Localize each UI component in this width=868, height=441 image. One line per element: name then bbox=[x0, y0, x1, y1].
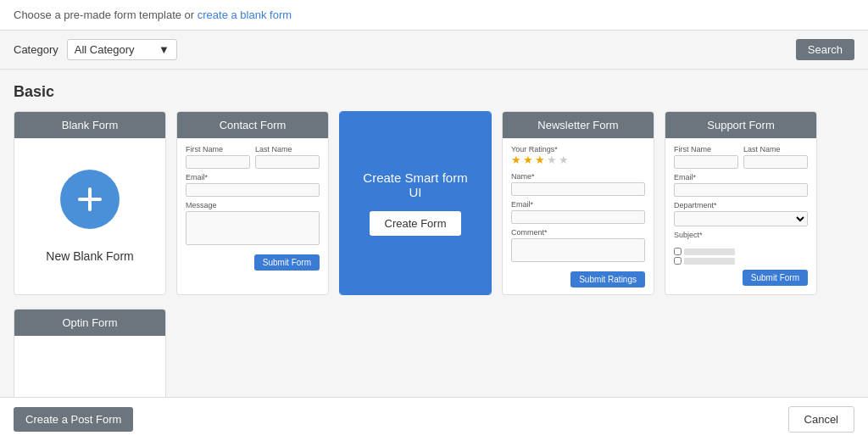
card-header-contact: Contact Form bbox=[177, 112, 328, 138]
support-firstname-input[interactable] bbox=[674, 155, 738, 169]
cards-row-basic: Blank Form New Blank Form Contact Form F… bbox=[14, 111, 854, 295]
support-email-row: Email* bbox=[674, 173, 808, 197]
newsletter-comment-field: Comment* bbox=[511, 228, 645, 262]
newsletter-email-field: Email* bbox=[511, 200, 645, 224]
newsletter-submit-button[interactable]: Submit Ratings bbox=[570, 271, 645, 287]
card-header-newsletter: Newsletter Form bbox=[503, 112, 654, 138]
create-blank-form-link[interactable]: create a blank form bbox=[198, 8, 292, 21]
support-submit-button[interactable]: Submit Form bbox=[743, 270, 808, 286]
newsletter-email-input[interactable] bbox=[511, 210, 645, 224]
rating-label: Your Ratings* bbox=[511, 145, 645, 154]
support-dept-field: Department* bbox=[674, 201, 808, 226]
support-checkboxes bbox=[674, 248, 735, 265]
card-contact-form[interactable]: Contact Form First Name Last Name Email* bbox=[176, 111, 329, 295]
support-subject-field: Subject* bbox=[674, 231, 808, 241]
plus-circle-icon bbox=[60, 170, 120, 229]
plus-icon bbox=[75, 184, 105, 215]
create-form-button[interactable]: Create Form bbox=[370, 211, 462, 236]
support-email-input[interactable] bbox=[674, 183, 808, 197]
star-3: ★ bbox=[535, 154, 545, 166]
support-checkbox-input-1[interactable] bbox=[674, 248, 682, 255]
search-button[interactable]: Search bbox=[796, 39, 854, 60]
support-email-label: Email* bbox=[674, 173, 808, 181]
contact-firstname-label: First Name bbox=[186, 145, 250, 154]
star-2: ★ bbox=[523, 154, 533, 166]
support-subject-row: Subject* bbox=[674, 231, 808, 241]
blank-form-label: New Blank Form bbox=[46, 249, 133, 263]
support-dept-select[interactable] bbox=[674, 211, 808, 226]
newsletter-name-input[interactable] bbox=[511, 182, 645, 196]
star-rating: ★ ★ ★ ★ ★ bbox=[511, 154, 645, 166]
star-5: ★ bbox=[559, 154, 569, 166]
filter-bar: Category All Category ▼ Search bbox=[0, 31, 868, 70]
checkbox-line-2 bbox=[684, 258, 735, 265]
contact-email-label: Email* bbox=[186, 173, 320, 181]
card-blank-form[interactable]: Blank Form New Blank Form bbox=[14, 111, 166, 295]
category-value: All Category bbox=[75, 43, 135, 56]
support-checkbox-1 bbox=[674, 248, 735, 255]
support-checkbox-input-2[interactable] bbox=[674, 257, 682, 265]
card-newsletter-form[interactable]: Newsletter Form Your Ratings* ★ ★ ★ ★ ★ … bbox=[502, 111, 654, 295]
checkbox-line-1 bbox=[684, 248, 735, 255]
contact-submit-button[interactable]: Submit Form bbox=[254, 254, 320, 271]
contact-email-row: Email* bbox=[186, 173, 320, 197]
support-name-row: First Name Last Name bbox=[674, 145, 808, 169]
top-bar-text: Choose a pre-made form template or bbox=[14, 8, 198, 21]
newsletter-name-label: Name* bbox=[511, 172, 645, 181]
main-content: Basic Blank Form New Blank Form Contact … bbox=[0, 70, 868, 441]
contact-email-input[interactable] bbox=[186, 183, 320, 197]
contact-firstname-field: First Name bbox=[186, 145, 250, 169]
contact-message-textarea[interactable] bbox=[186, 211, 320, 245]
support-checkbox-2 bbox=[674, 257, 735, 265]
contact-message-field: Message bbox=[186, 201, 320, 245]
card-header-blank: Blank Form bbox=[14, 112, 165, 138]
newsletter-name-field: Name* bbox=[511, 172, 645, 196]
chevron-down-icon: ▼ bbox=[159, 43, 170, 56]
create-smart-label: Create Smart form UI bbox=[357, 170, 474, 199]
support-dept-label: Department* bbox=[674, 201, 808, 209]
support-email-field: Email* bbox=[674, 173, 808, 197]
card-body-blank: New Blank Form bbox=[14, 138, 165, 294]
contact-firstname-input[interactable] bbox=[186, 155, 250, 169]
card-body-newsletter: Your Ratings* ★ ★ ★ ★ ★ Name* bbox=[503, 138, 654, 294]
support-lastname-field: Last Name bbox=[743, 145, 808, 169]
contact-lastname-label: Last Name bbox=[255, 145, 320, 154]
support-subject-label: Subject* bbox=[674, 231, 808, 239]
card-header-support: Support Form bbox=[665, 112, 816, 138]
star-1: ★ bbox=[511, 154, 521, 166]
contact-lastname-field: Last Name bbox=[255, 145, 320, 169]
newsletter-email-row: Email* bbox=[511, 200, 645, 224]
card-body-contact: First Name Last Name Email* bbox=[177, 138, 328, 294]
card-support-form[interactable]: Support Form First Name Last Name Email* bbox=[665, 111, 817, 295]
support-dept-row: Department* bbox=[674, 201, 808, 226]
newsletter-comment-label: Comment* bbox=[511, 228, 645, 237]
card-body-smart: Create Smart form UI Create Form bbox=[340, 112, 491, 294]
card-body-support: First Name Last Name Email* bbox=[665, 138, 816, 294]
newsletter-comment-row: Comment* bbox=[511, 228, 645, 262]
support-firstname-field: First Name bbox=[674, 145, 738, 169]
contact-name-row: First Name Last Name bbox=[186, 145, 320, 169]
category-label: Category bbox=[14, 43, 58, 56]
category-dropdown[interactable]: All Category ▼ bbox=[67, 39, 177, 60]
contact-lastname-input[interactable] bbox=[255, 155, 320, 169]
contact-email-field: Email* bbox=[186, 173, 320, 197]
support-firstname-label: First Name bbox=[674, 145, 738, 154]
newsletter-email-label: Email* bbox=[511, 200, 645, 209]
star-4: ★ bbox=[547, 154, 557, 166]
top-bar: Choose a pre-made form template or creat… bbox=[0, 0, 868, 31]
card-create-smart-form[interactable]: Create Smart form UI Create Form bbox=[339, 111, 492, 295]
support-lastname-input[interactable] bbox=[743, 155, 808, 169]
card-header-optin: Optin Form bbox=[14, 310, 165, 336]
create-post-form-button[interactable]: Create a Post Form bbox=[14, 407, 133, 432]
cancel-button[interactable]: Cancel bbox=[788, 406, 854, 433]
newsletter-comment-textarea[interactable] bbox=[511, 238, 645, 262]
section-title-basic: Basic bbox=[14, 83, 854, 101]
support-lastname-label: Last Name bbox=[743, 145, 808, 154]
contact-message-row: Message bbox=[186, 201, 320, 245]
newsletter-name-row: Name* bbox=[511, 172, 645, 196]
bottom-bar: Create a Post Form Cancel bbox=[0, 397, 868, 441]
contact-message-label: Message bbox=[186, 201, 320, 209]
